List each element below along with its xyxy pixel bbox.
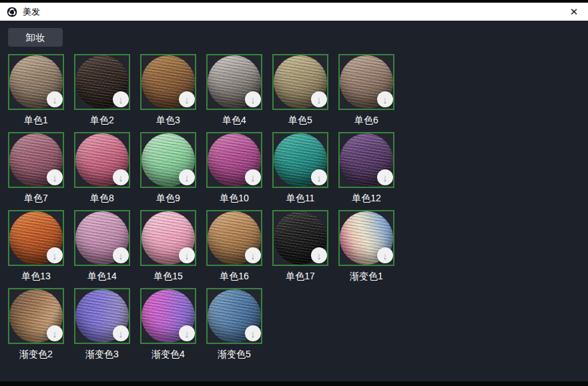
download-icon[interactable]: ↓ bbox=[377, 91, 393, 107]
hair-styling-dialog: 美发 ✕ 卸妆 ↓ 单色1 ↓ 单色2 ↓ 单色3 ↓ 单色4 bbox=[0, 3, 588, 381]
swatch-label: 单色16 bbox=[206, 269, 262, 283]
swatch-grid: ↓ 单色1 ↓ 单色2 ↓ 单色3 ↓ 单色4 ↓ 单色5 bbox=[8, 54, 408, 361]
swatch-label: 渐变色3 bbox=[74, 347, 130, 361]
dialog-title: 美发 bbox=[23, 6, 40, 18]
hair-swatch[interactable]: ↓ 单色3 bbox=[140, 54, 196, 127]
swatch-tile[interactable]: ↓ bbox=[206, 132, 262, 188]
swatch-label: 单色3 bbox=[140, 113, 196, 127]
hair-swatch[interactable]: ↓ 单色15 bbox=[140, 210, 196, 283]
dialog-titlebar[interactable]: 美发 ✕ bbox=[0, 3, 588, 21]
download-icon[interactable]: ↓ bbox=[245, 169, 261, 185]
download-icon[interactable]: ↓ bbox=[47, 91, 63, 107]
swatch-tile[interactable]: ↓ bbox=[140, 132, 196, 188]
swatch-tile[interactable]: ↓ bbox=[140, 54, 196, 110]
hair-swatch[interactable]: ↓ 单色11 bbox=[272, 132, 328, 205]
close-icon[interactable]: ✕ bbox=[560, 3, 588, 21]
hair-swatch[interactable]: ↓ 单色12 bbox=[338, 132, 394, 205]
hair-swatch[interactable]: ↓ 单色4 bbox=[206, 54, 262, 127]
remove-makeup-button[interactable]: 卸妆 bbox=[8, 28, 63, 47]
swatch-tile[interactable]: ↓ bbox=[338, 132, 394, 188]
download-icon[interactable]: ↓ bbox=[113, 169, 129, 185]
swatch-label: 单色8 bbox=[74, 191, 130, 205]
download-icon[interactable]: ↓ bbox=[311, 247, 327, 263]
swatch-tile[interactable]: ↓ bbox=[74, 210, 130, 266]
hair-swatch[interactable]: ↓ 单色7 bbox=[8, 132, 64, 205]
hair-swatch[interactable]: ↓ 单色17 bbox=[272, 210, 328, 283]
swatch-tile[interactable]: ↓ bbox=[272, 132, 328, 188]
hair-swatch[interactable]: ↓ 单色10 bbox=[206, 132, 262, 205]
swatch-tile[interactable]: ↓ bbox=[8, 288, 64, 344]
swatch-label: 单色17 bbox=[272, 269, 328, 283]
swatch-label: 渐变色5 bbox=[206, 347, 262, 361]
swatch-tile[interactable]: ↓ bbox=[338, 54, 394, 110]
swatch-tile[interactable]: ↓ bbox=[206, 288, 262, 344]
hair-swatch[interactable]: ↓ 单色5 bbox=[272, 54, 328, 127]
swatch-label: 单色13 bbox=[8, 269, 64, 283]
swatch-tile[interactable]: ↓ bbox=[206, 54, 262, 110]
download-icon[interactable]: ↓ bbox=[179, 91, 195, 107]
hair-swatch[interactable]: ↓ 渐变色5 bbox=[206, 288, 262, 361]
swatch-tile[interactable]: ↓ bbox=[8, 54, 64, 110]
swatch-tile[interactable]: ↓ bbox=[338, 210, 394, 266]
hair-swatch[interactable]: ↓ 渐变色2 bbox=[8, 288, 64, 361]
swatch-label: 单色11 bbox=[272, 191, 328, 205]
download-icon[interactable]: ↓ bbox=[311, 91, 327, 107]
download-icon[interactable]: ↓ bbox=[47, 169, 63, 185]
swatch-label: 单色12 bbox=[338, 191, 394, 205]
swatch-tile[interactable]: ↓ bbox=[74, 132, 130, 188]
swatch-label: 单色15 bbox=[140, 269, 196, 283]
swatch-label: 单色5 bbox=[272, 113, 328, 127]
swatch-label: 单色2 bbox=[74, 113, 130, 127]
swatch-label: 单色4 bbox=[206, 113, 262, 127]
download-icon[interactable]: ↓ bbox=[179, 325, 195, 341]
download-icon[interactable]: ↓ bbox=[377, 169, 393, 185]
dialog-content: 卸妆 ↓ 单色1 ↓ 单色2 ↓ 单色3 ↓ 单色4 ↓ bbox=[0, 21, 588, 381]
swatch-label: 渐变色4 bbox=[140, 347, 196, 361]
swatch-tile[interactable]: ↓ bbox=[272, 210, 328, 266]
download-icon[interactable]: ↓ bbox=[113, 91, 129, 107]
hair-swatch[interactable]: ↓ 渐变色4 bbox=[140, 288, 196, 361]
download-icon[interactable]: ↓ bbox=[113, 325, 129, 341]
swatch-tile[interactable]: ↓ bbox=[8, 132, 64, 188]
hair-swatch[interactable]: ↓ 单色2 bbox=[74, 54, 130, 127]
swatch-tile[interactable]: ↓ bbox=[206, 210, 262, 266]
download-icon[interactable]: ↓ bbox=[179, 247, 195, 263]
hair-swatch[interactable]: ↓ 单色1 bbox=[8, 54, 64, 127]
swatch-tile[interactable]: ↓ bbox=[74, 288, 130, 344]
background-app-strip-bottom bbox=[0, 381, 588, 386]
hair-swatch[interactable]: ↓ 单色16 bbox=[206, 210, 262, 283]
swatch-tile[interactable]: ↓ bbox=[140, 288, 196, 344]
download-icon[interactable]: ↓ bbox=[245, 325, 261, 341]
swatch-tile[interactable]: ↓ bbox=[8, 210, 64, 266]
download-icon[interactable]: ↓ bbox=[179, 169, 195, 185]
download-icon[interactable]: ↓ bbox=[245, 91, 261, 107]
swatch-label: 渐变色2 bbox=[8, 347, 64, 361]
obs-logo-icon bbox=[7, 7, 17, 17]
download-icon[interactable]: ↓ bbox=[47, 247, 63, 263]
hair-swatch[interactable]: ↓ 渐变色3 bbox=[74, 288, 130, 361]
download-icon[interactable]: ↓ bbox=[113, 247, 129, 263]
swatch-label: 单色6 bbox=[338, 113, 394, 127]
download-icon[interactable]: ↓ bbox=[47, 325, 63, 341]
swatch-tile[interactable]: ↓ bbox=[272, 54, 328, 110]
download-icon[interactable]: ↓ bbox=[311, 169, 327, 185]
hair-swatch[interactable]: ↓ 单色8 bbox=[74, 132, 130, 205]
download-icon[interactable]: ↓ bbox=[245, 247, 261, 263]
swatch-tile[interactable]: ↓ bbox=[140, 210, 196, 266]
hair-swatch[interactable]: ↓ 单色9 bbox=[140, 132, 196, 205]
download-icon[interactable]: ↓ bbox=[377, 247, 393, 263]
swatch-label: 单色9 bbox=[140, 191, 196, 205]
hair-swatch[interactable]: ↓ 单色14 bbox=[74, 210, 130, 283]
hair-swatch[interactable]: ↓ 单色6 bbox=[338, 54, 394, 127]
swatch-label: 单色14 bbox=[74, 269, 130, 283]
swatch-label: 渐变色1 bbox=[338, 269, 394, 283]
hair-swatch[interactable]: ↓ 单色13 bbox=[8, 210, 64, 283]
swatch-tile[interactable]: ↓ bbox=[74, 54, 130, 110]
swatch-label: 单色10 bbox=[206, 191, 262, 205]
hair-swatch[interactable]: ↓ 渐变色1 bbox=[338, 210, 394, 283]
swatch-label: 单色7 bbox=[8, 191, 64, 205]
swatch-label: 单色1 bbox=[8, 113, 64, 127]
